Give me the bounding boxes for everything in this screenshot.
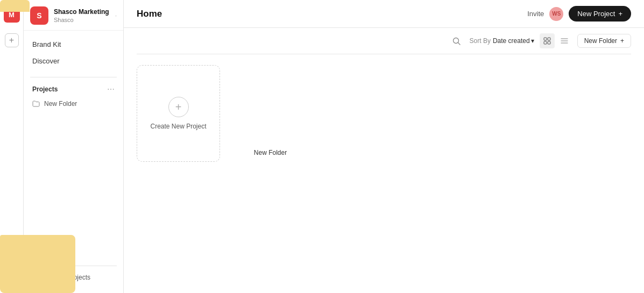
page-title: Home	[137, 9, 162, 19]
invite-link[interactable]: Invite	[527, 10, 544, 18]
header-actions: Invite WS New Project +	[527, 6, 631, 22]
create-new-project-card[interactable]: + Create New Project	[137, 65, 220, 162]
sidebar-folder-label: New Folder	[44, 100, 77, 108]
workspace-avatar: S	[30, 6, 48, 25]
content-grid: + Create New Project New Folder	[124, 54, 644, 173]
grid-view-button[interactable]	[540, 33, 555, 48]
workspace-header[interactable]: S Shasco Marketing Shasco ·	[24, 0, 123, 31]
svg-line-1	[458, 42, 461, 45]
user-avatar[interactable]: WS	[549, 7, 563, 21]
new-project-plus-icon: +	[618, 10, 622, 18]
svg-rect-4	[544, 41, 547, 44]
sort-arrow-icon: ▾	[531, 37, 534, 45]
list-view-button[interactable]	[557, 33, 572, 48]
projects-section-title: Projects	[32, 85, 58, 93]
folder-icon	[32, 101, 40, 107]
svg-rect-2	[544, 38, 547, 40]
svg-point-0	[454, 38, 459, 43]
search-icon	[452, 37, 461, 45]
content-toolbar: Sort By Date created ▾	[124, 28, 644, 54]
svg-rect-3	[548, 38, 550, 40]
folder-name-label: New Folder	[254, 149, 287, 156]
new-folder-plus-icon: +	[620, 37, 624, 45]
new-project-label: New Project	[577, 10, 615, 18]
new-folder-label: New Folder	[584, 37, 617, 45]
discover-label: Discover	[32, 57, 60, 65]
main-header: Home Invite WS New Project +	[124, 0, 644, 28]
sidebar-folder-new[interactable]: New Folder	[24, 97, 123, 111]
folder-card-new-folder[interactable]: New Folder	[229, 65, 312, 162]
workspace-chevron-icon: ·	[115, 12, 117, 19]
grid-icon	[543, 37, 551, 45]
add-workspace-button[interactable]: +	[5, 33, 19, 47]
new-project-button[interactable]: New Project +	[569, 6, 631, 22]
sort-by-label: Sort By	[470, 37, 491, 45]
sort-control: Sort By Date created ▾	[470, 37, 534, 45]
create-plus-icon: +	[168, 97, 189, 117]
sidebar-divider	[30, 77, 117, 77]
workspace-name: Shasco Marketing	[54, 8, 110, 17]
projects-menu-icon[interactable]: ⋯	[107, 85, 115, 94]
brand-kit-label: Brand Kit	[32, 40, 61, 48]
create-card-label: Create New Project	[150, 123, 206, 130]
sidebar-item-discover[interactable]: Discover	[24, 53, 123, 69]
new-folder-button[interactable]: New Folder +	[577, 34, 631, 48]
list-icon	[561, 37, 568, 45]
svg-rect-5	[548, 41, 550, 44]
main-content: Home Invite WS New Project + Sort By Dat…	[124, 0, 644, 293]
search-button[interactable]	[449, 33, 464, 48]
workspace-sub: Shasco	[54, 17, 110, 23]
sidebar-item-brand-kit[interactable]: Brand Kit	[24, 36, 123, 53]
sidebar-nav: Brand Kit Discover	[24, 31, 123, 75]
workspace-info: Shasco Marketing Shasco	[54, 8, 110, 23]
view-toggle	[540, 33, 572, 48]
sort-value-text: Date created	[493, 37, 530, 45]
sort-value-button[interactable]: Date created ▾	[493, 37, 534, 45]
projects-section-header: Projects ⋯	[24, 80, 123, 97]
